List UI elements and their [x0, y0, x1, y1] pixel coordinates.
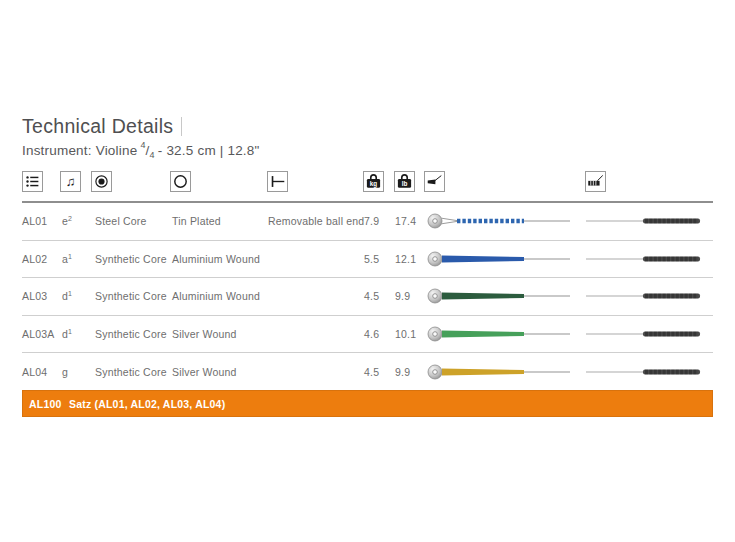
tone-value: d1: [62, 290, 72, 303]
article-number: AL03A: [22, 328, 55, 340]
core-value: Synthetic Core: [95, 328, 167, 340]
article-number: AL02: [22, 253, 47, 265]
string-ball-end-image: [426, 286, 572, 306]
string-peg-end-image: [585, 215, 703, 227]
article-number: AL04: [22, 366, 47, 378]
title-divider: [181, 117, 182, 136]
wound-string-end-icon: [585, 171, 606, 192]
instrument-subtitle: Instrument: Violine4/4- 32.5 cm | 12.8": [22, 141, 260, 160]
tension-lb-value: 10.1: [395, 328, 416, 340]
title-row: Technical Details: [22, 115, 182, 138]
subtitle-suffix: - 32.5 cm | 12.8": [158, 143, 260, 158]
set-row: AL100 Satz (AL01, AL02, AL03, AL04): [22, 390, 713, 417]
string-ball-end-image: [426, 211, 572, 231]
table-row: AL02 a1 Synthetic Core Aluminium Wound 5…: [22, 241, 713, 279]
core-value: Synthetic Core: [95, 366, 167, 378]
tone-value: d1: [62, 328, 72, 341]
winding-value: Tin Plated: [172, 215, 221, 227]
table-row: AL04 g Synthetic Core Silver Wound 4.5 9…: [22, 353, 713, 391]
tone-note-icon: ♫: [60, 171, 81, 192]
string-peg-end-image: [585, 290, 703, 302]
core-icon: [91, 171, 112, 192]
tone-value: e2: [62, 215, 72, 228]
technical-details-page: Technical Details Instrument: Violine4/4…: [0, 0, 735, 542]
winding-value: Aluminium Wound: [172, 253, 260, 265]
set-article-number: AL100: [29, 398, 62, 410]
string-peg-end-image: [585, 328, 703, 340]
string-ball-end-image: [426, 362, 572, 382]
winding-value: Silver Wound: [172, 366, 237, 378]
tension-kg-value: 5.5: [364, 253, 379, 265]
tension-lb-value: 9.9: [395, 290, 410, 302]
tension-kg-value: 4.5: [364, 366, 379, 378]
set-label: Satz (AL01, AL02, AL03, AL04): [69, 398, 225, 410]
plain-string-end-icon: [424, 171, 445, 192]
tension-lb-icon: lb: [394, 171, 415, 192]
core-value: Steel Core: [95, 215, 147, 227]
svg-text:kg: kg: [370, 180, 378, 188]
table-row: AL01 e2 Steel Core Tin Plated Removable …: [22, 203, 713, 241]
article-list-icon: [22, 171, 43, 192]
fraction-denominator: 4: [150, 150, 155, 160]
table-rows: AL01 e2 Steel Core Tin Plated Removable …: [22, 201, 713, 391]
winding-value: Aluminium Wound: [172, 290, 260, 302]
page-title: Technical Details: [22, 115, 173, 138]
svg-text:lb: lb: [402, 180, 408, 187]
tension-lb-value: 9.9: [395, 366, 410, 378]
tension-lb-value: 12.1: [395, 253, 416, 265]
tone-value: a1: [62, 253, 72, 266]
tension-lb-value: 17.4: [395, 215, 416, 227]
tension-kg-value: 4.6: [364, 328, 379, 340]
table-row: AL03A d1 Synthetic Core Silver Wound 4.6…: [22, 316, 713, 354]
ball-end-icon: [267, 171, 288, 192]
core-value: Synthetic Core: [95, 290, 167, 302]
fraction-numerator: 4: [140, 140, 145, 150]
table-header-icons: ♫: [22, 171, 713, 195]
subtitle-prefix: Instrument: Violine: [22, 143, 137, 158]
article-number: AL03: [22, 290, 47, 302]
winding-value: Silver Wound: [172, 328, 237, 340]
winding-icon: [170, 171, 191, 192]
string-ball-end-image: [426, 324, 572, 344]
string-peg-end-image: [585, 366, 703, 378]
tension-kg-icon: kg: [363, 171, 384, 192]
tension-kg-value: 4.5: [364, 290, 379, 302]
string-peg-end-image: [585, 253, 703, 265]
end-type-value: Removable ball end: [268, 215, 364, 227]
string-ball-end-image: [426, 249, 572, 269]
tone-value: g: [62, 365, 68, 378]
table-row: AL03 d1 Synthetic Core Aluminium Wound 4…: [22, 278, 713, 316]
core-value: Synthetic Core: [95, 253, 167, 265]
tension-kg-value: 7.9: [364, 215, 379, 227]
article-number: AL01: [22, 215, 47, 227]
